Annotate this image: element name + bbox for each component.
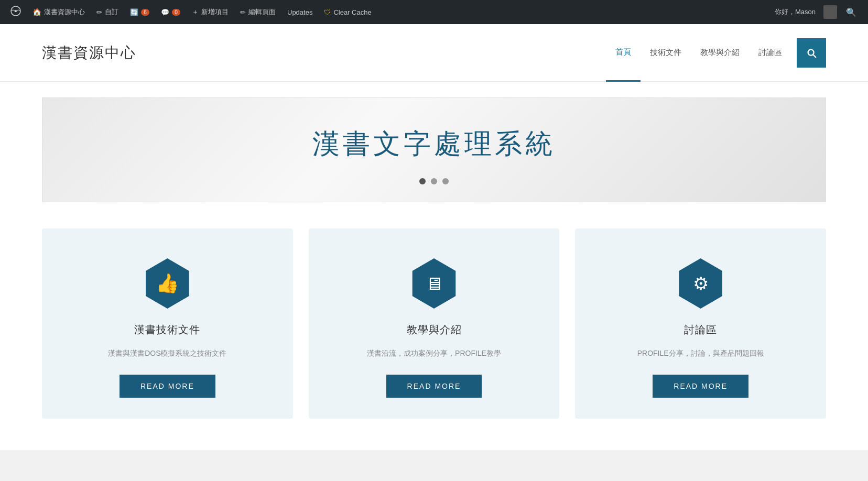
admin-search-icon[interactable]: 🔍: [840, 7, 863, 17]
clear-cache-button[interactable]: 🛡 Clear Cache: [319, 0, 376, 24]
thumbs-up-icon: 👍: [156, 274, 179, 293]
comments-icon: 💬: [161, 8, 169, 16]
site-icon: 🏠: [32, 8, 41, 16]
features-section: 👍 漢書技術文件 漢書與漢書DOS模擬系統之技術文件 READ MORE 🖥 教…: [0, 218, 868, 450]
feature-card-2: 🖥 教學與介紹 漢書沿流，成功案例分享，PROFILE教學 READ MORE: [309, 228, 560, 419]
slider-dot-3[interactable]: [442, 178, 449, 184]
updates-button[interactable]: 🔄 6: [125, 0, 155, 24]
card-1-title: 漢書技術文件: [134, 323, 200, 337]
clear-cache-label: Clear Cache: [333, 8, 371, 16]
card-2-hexagon: 🖥: [409, 258, 459, 309]
edit-icon: ✏: [240, 8, 246, 16]
wordpress-icon: [10, 6, 21, 18]
site-header: 漢書資源中心 首頁 技術文件 教學與介紹 討論區: [0, 24, 868, 82]
plus-icon: ＋: [192, 7, 199, 17]
card-1-read-more-button[interactable]: READ MORE: [120, 375, 215, 398]
card-2-hexagon-wrapper: 🖥: [408, 255, 460, 312]
svg-point-1: [15, 10, 17, 12]
nav-forum[interactable]: 討論區: [749, 24, 791, 82]
feature-card-1: 👍 漢書技術文件 漢書與漢書DOS模擬系統之技術文件 READ MORE: [42, 228, 293, 419]
header-search-button[interactable]: [797, 38, 826, 68]
user-greeting: 你好，Mason: [769, 7, 821, 17]
shield-icon: 🛡: [324, 8, 331, 16]
nav-home[interactable]: 首頁: [606, 24, 641, 82]
nav-tech-docs[interactable]: 技術文件: [641, 24, 691, 82]
hero-slider: 漢書文字處理系統: [42, 97, 826, 202]
admin-bar-right: 你好，Mason 🔍: [769, 5, 863, 19]
comments-button[interactable]: 💬 0: [156, 0, 186, 24]
updates-label: Updates: [287, 8, 312, 16]
card-3-desc: PROFILE分享，討論，與產品問題回報: [637, 347, 764, 359]
customize-button[interactable]: ✏ 自訂: [91, 0, 124, 24]
updates-icon: 🔄: [130, 8, 138, 16]
admin-bar: 🏠 漢書資源中心 ✏ 自訂 🔄 6 💬 0 ＋ 新增項目 ✏ 編輯頁面 Upda…: [0, 0, 868, 24]
card-3-read-more-button[interactable]: READ MORE: [653, 375, 748, 398]
new-item-label: 新增項目: [201, 7, 229, 17]
site-title: 漢書資源中心: [42, 43, 136, 63]
card-3-hexagon: ⚙: [676, 258, 726, 309]
search-icon: [806, 47, 817, 59]
updates-plugin-button[interactable]: Updates: [282, 0, 318, 24]
monitor-icon: 🖥: [425, 275, 443, 292]
new-item-button[interactable]: ＋ 新增項目: [187, 0, 234, 24]
hero-title: 漢書文字處理系統: [312, 100, 556, 178]
comments-count-badge: 0: [172, 9, 180, 16]
card-3-hexagon-wrapper: ⚙: [675, 255, 727, 312]
customize-label: 自訂: [105, 7, 118, 17]
feature-card-3: ⚙ 討論區 PROFILE分享，討論，與產品問題回報 READ MORE: [575, 228, 826, 419]
updates-count-badge: 6: [141, 9, 149, 16]
slider-dot-2[interactable]: [431, 178, 437, 184]
slider-dot-1[interactable]: [419, 178, 426, 184]
card-3-title: 討論區: [684, 323, 717, 337]
card-1-hexagon: 👍: [142, 258, 192, 309]
edit-page-button[interactable]: ✏ 編輯頁面: [235, 0, 281, 24]
pencil-icon: ✏: [96, 8, 102, 16]
page-wrapper: 漢書資源中心 首頁 技術文件 教學與介紹 討論區 漢書文字處理系統: [0, 24, 868, 450]
nav-tutorials[interactable]: 教學與介紹: [691, 24, 749, 82]
user-avatar[interactable]: [823, 5, 837, 19]
card-2-read-more-button[interactable]: READ MORE: [386, 375, 482, 398]
wp-logo-button[interactable]: [5, 0, 26, 24]
gear-icon: ⚙: [693, 275, 709, 292]
main-nav: 首頁 技術文件 教學與介紹 討論區: [606, 24, 826, 82]
site-name-label: 漢書資源中心: [44, 7, 85, 17]
site-name-button[interactable]: 🏠 漢書資源中心: [27, 0, 90, 24]
edit-label: 編輯頁面: [248, 7, 276, 17]
slider-dots: [419, 178, 449, 200]
card-2-desc: 漢書沿流，成功案例分享，PROFILE教學: [367, 347, 501, 359]
card-1-desc: 漢書與漢書DOS模擬系統之技術文件: [108, 347, 226, 359]
card-2-title: 教學與介紹: [407, 323, 462, 337]
card-1-hexagon-wrapper: 👍: [141, 255, 193, 312]
